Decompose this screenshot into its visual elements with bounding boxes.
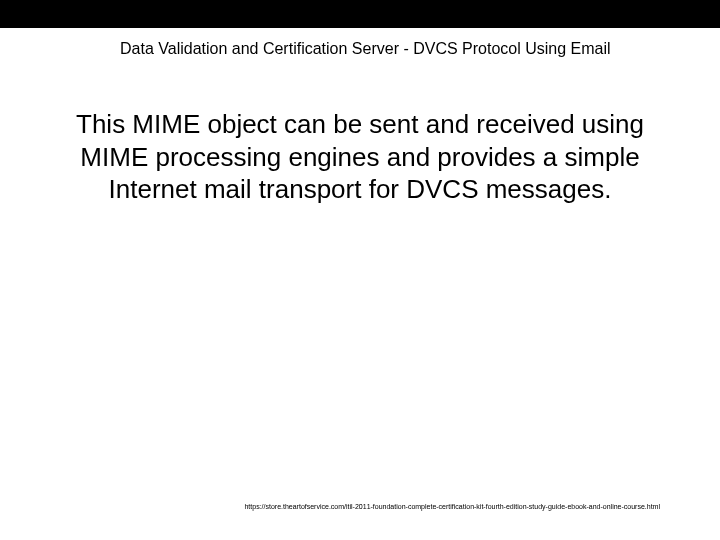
body-paragraph: This MIME object can be sent and receive… — [0, 58, 720, 206]
page-title: Data Validation and Certification Server… — [0, 28, 720, 58]
footer-url: https://store.theartofservice.com/itil-2… — [244, 503, 660, 510]
header-bar — [0, 0, 720, 28]
